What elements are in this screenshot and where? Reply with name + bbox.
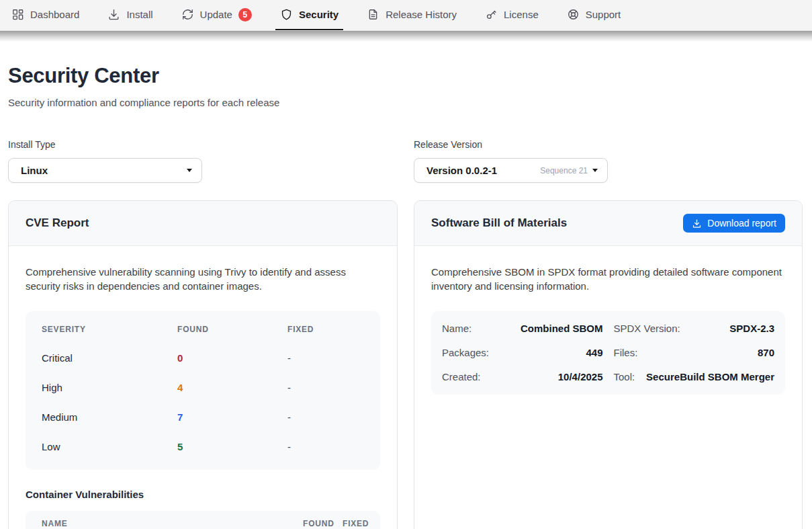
header-shadow-divider [0,31,812,42]
severity-found-count: 5 [177,441,287,452]
sbom-body: Comprehensive SBOM in SPDX format provid… [414,246,802,411]
sbom-info-pair: Files: 870 [614,347,775,358]
sbom-info-value: SPDX-2.3 [729,323,774,334]
tab-support[interactable]: Support [562,0,626,30]
chevron-down-icon [592,169,598,172]
severity-label: Critical [42,352,177,364]
tab-security[interactable]: Security [275,0,343,30]
tab-label: Release History [386,9,457,20]
table-row: Medium 7 - [26,403,380,432]
release-version-filter: Release Version Version 0.0.2-1 Sequence… [414,139,803,183]
dashboard-icon [11,8,24,21]
tab-label: Dashboard [30,9,79,20]
install-type-label: Install Type [8,139,398,150]
lifebuoy-icon [567,8,580,21]
container-vulnerabilities-header: NAME FOUND FIXED [26,511,380,529]
document-icon [367,8,379,21]
severity-label: Low [42,441,177,452]
sbom-info-label: Packages: [442,347,489,358]
download-icon [692,218,702,229]
install-type-filter: Install Type Linux [8,139,398,183]
sbom-info-label: Name: [442,323,471,334]
severity-fixed-count: - [287,382,364,393]
release-version-select[interactable]: Version 0.0.2-1 Sequence 21 [414,158,608,183]
tab-license[interactable]: License [480,0,543,30]
sbom-card: Software Bill of Materials Download repo… [414,200,803,529]
sbom-info-pair: Name: Combined SBOM [442,323,603,334]
fixed-column-header: FIXED [343,519,371,528]
key-icon [485,8,498,21]
tab-label: Update [200,9,232,20]
release-version-value: Version 0.0.2-1 [426,165,540,176]
shield-icon [280,8,293,21]
top-navigation: Dashboard Install Update 5 Security Rele… [0,0,812,31]
install-type-select[interactable]: Linux [8,158,202,183]
sbom-info-value: Combined SBOM [521,323,603,334]
table-row: Packages: 449 Files: 870 [442,341,774,365]
severity-table-header: SEVERITY FOUND FIXED [26,315,380,343]
severity-table: SEVERITY FOUND FIXED Critical 0 - High 4… [26,311,380,470]
tab-label: License [504,9,539,20]
sbom-info-value: 449 [586,347,602,358]
tab-update[interactable]: Update 5 [177,0,257,30]
cve-report-body: Comprehensive vulnerability scanning usi… [9,246,397,529]
found-column-header: FOUND [177,325,287,334]
severity-found-count: 0 [177,352,287,364]
install-type-value: Linux [21,165,187,176]
tab-install[interactable]: Install [103,0,157,30]
download-report-label: Download report [707,218,776,229]
sbom-info-label: SPDX Version: [614,323,680,334]
fixed-column-header: FIXED [287,325,364,334]
severity-found-count: 4 [177,382,287,393]
severity-label: Medium [42,411,177,423]
sbom-info-label: Created: [442,371,481,382]
sbom-info-pair: Packages: 449 [442,347,603,358]
sbom-info-value: 870 [758,347,774,358]
cards-row: CVE Report Comprehensive vulnerability s… [8,200,804,529]
cve-report-description: Comprehensive vulnerability scanning usi… [26,265,380,294]
sbom-info-pair: SPDX Version: SPDX-2.3 [614,323,775,334]
sbom-info-label: Files: [614,347,638,358]
sbom-description: Comprehensive SBOM in SPDX format provid… [431,265,785,294]
table-row: Low 5 - [26,432,380,462]
severity-column-header: SEVERITY [42,325,177,334]
found-column-header: FOUND [303,519,334,528]
table-row: Created: 10/4/2025 Tool: SecureBuild SBO… [442,365,774,389]
sbom-info-pair: Created: 10/4/2025 [442,371,603,382]
sbom-info-value: 10/4/2025 [558,371,603,382]
sbom-info-grid: Name: Combined SBOM SPDX Version: SPDX-2… [431,311,785,395]
table-row: Name: Combined SBOM SPDX Version: SPDX-2… [442,317,774,341]
tab-label: Security [299,9,339,20]
page-title: Security Center [8,64,804,88]
severity-found-count: 7 [177,411,287,423]
refresh-icon [181,8,194,21]
table-row: Critical 0 - [26,343,380,373]
container-vulnerabilities-title: Container Vulnerabilities [26,489,380,500]
severity-fixed-count: - [287,441,364,452]
sbom-header: Software Bill of Materials Download repo… [414,201,802,246]
tab-label: Install [126,9,152,20]
sbom-title: Software Bill of Materials [431,216,567,230]
sbom-info-pair: Tool: SecureBuild SBOM Merger [614,371,775,382]
table-row: High 4 - [26,373,380,403]
main-content: Security Center Security information and… [0,42,812,529]
sbom-info-label: Tool: [614,371,635,382]
chevron-down-icon [187,169,192,172]
download-report-button[interactable]: Download report [683,214,785,233]
cve-report-title: CVE Report [26,216,89,230]
tab-dashboard[interactable]: Dashboard [7,0,84,30]
page-subtitle: Security information and compliance repo… [8,97,804,108]
severity-fixed-count: - [287,411,364,423]
severity-fixed-count: - [287,352,364,364]
cve-report-header: CVE Report [9,201,397,246]
severity-label: High [42,382,177,393]
download-icon [107,8,120,21]
update-count-badge: 5 [238,8,252,22]
release-sequence-label: Sequence 21 [540,166,588,175]
tab-label: Support [586,9,621,20]
cve-report-card: CVE Report Comprehensive vulnerability s… [8,200,398,529]
release-version-label: Release Version [414,139,803,150]
filters-row: Install Type Linux Release Version Versi… [8,139,804,183]
tab-release-history[interactable]: Release History [362,0,461,30]
name-column-header: NAME [42,519,295,528]
